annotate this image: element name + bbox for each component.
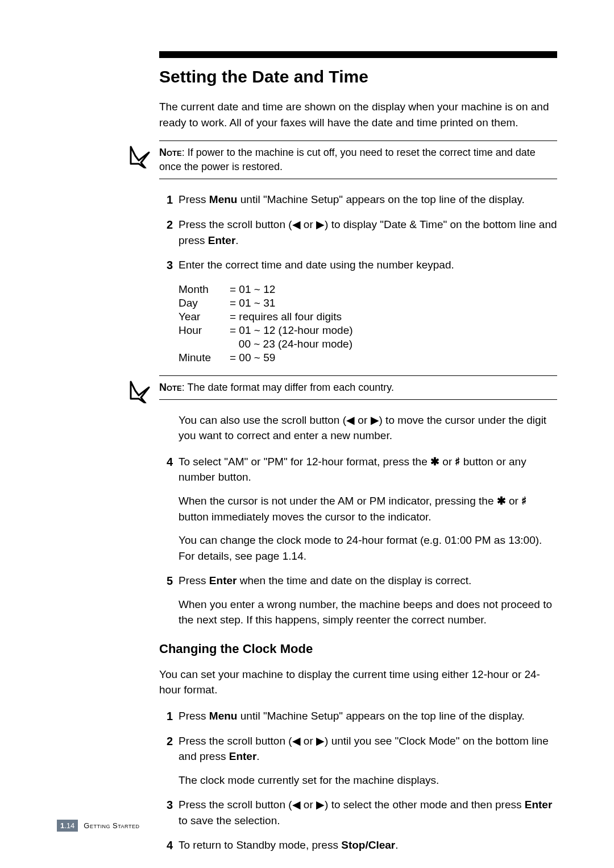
step-a3-text: Enter the correct time and date using th… — [179, 257, 557, 273]
step-a2: 2 Press the scroll button (◀ or ▶) to di… — [159, 217, 557, 248]
table-key: Day — [179, 297, 230, 311]
page-number-box: 1.14 — [57, 820, 78, 832]
step-s4: 4 To return to Standby mode, press Stop/… — [159, 837, 557, 853]
table-key: Year — [179, 311, 230, 324]
bold-text: Stop/Clear — [341, 839, 395, 851]
step-s2-p2: The clock mode currently set for the mac… — [179, 772, 557, 788]
table-row: 00 ~ 23 (24-hour mode) — [179, 338, 358, 352]
step-b5-p1: Press Enter when the time and date on th… — [179, 573, 557, 589]
table-row: Minute= 00 ~ 59 — [179, 352, 358, 365]
page-footer: 1.14 Getting Started — [57, 820, 139, 832]
bold-text: Enter — [209, 574, 237, 586]
right-arrow-icon: ▶ — [371, 414, 379, 426]
step-s3-text: Press the scroll button (◀ or ▶) to sele… — [179, 797, 557, 828]
step-a2-text: Press the scroll button (◀ or ▶) to disp… — [179, 217, 557, 248]
step-number: 1 — [159, 708, 173, 725]
asterisk-icon: ✱ — [497, 495, 506, 507]
note-block-1: Note: If power to the machine is cut off… — [159, 140, 557, 179]
text: . — [395, 839, 398, 851]
text: To select "AM" or "PM" for 12-hour forma… — [179, 456, 430, 468]
right-arrow-icon: ▶ — [316, 218, 325, 230]
step-b5-p2: When you enter a wrong number, the machi… — [179, 597, 557, 628]
step-s2: 2 Press the scroll button (◀ or ▶) until… — [159, 733, 557, 788]
note-checkmark-icon — [127, 378, 152, 406]
table-key: Month — [179, 283, 230, 297]
left-arrow-icon: ◀ — [292, 735, 301, 747]
bold-text: Menu — [209, 193, 238, 205]
page-number: 14 — [67, 821, 74, 830]
text: Press — [179, 574, 209, 586]
steps-list-a: 1 Press Menu until "Machine Setup" appea… — [159, 192, 557, 272]
table-row: Hour= 01 ~ 12 (12-hour mode) — [179, 324, 358, 338]
hash-icon: ♯ — [521, 495, 526, 507]
text: when the time and date on the display is… — [237, 574, 471, 586]
table-key — [179, 338, 230, 352]
text: When the cursor is not under the AM or P… — [179, 495, 497, 507]
step-number: 1 — [159, 192, 173, 208]
text: ) to select the other mode and then pres… — [325, 799, 525, 811]
text: . — [235, 234, 238, 246]
intro-paragraph: The current date and time are shown on t… — [159, 99, 557, 130]
right-arrow-icon: ▶ — [316, 799, 325, 811]
step-number: 4 — [159, 837, 173, 854]
text: to save the selection. — [179, 815, 280, 826]
note-label: Note — [159, 382, 182, 393]
step-s1-text: Press Menu until "Machine Setup" appears… — [179, 708, 557, 724]
asterisk-icon: ✱ — [430, 456, 439, 468]
step-b5: 5 Press Enter when the time and date on … — [159, 573, 557, 628]
text: Press the scroll button ( — [179, 799, 292, 811]
chapter-name: Getting Started — [84, 821, 139, 830]
text: You can also use the scroll button ( — [179, 414, 346, 426]
left-arrow-icon: ◀ — [346, 414, 355, 426]
page: Setting the Date and Time The current da… — [0, 0, 614, 868]
text: until "Machine Setup" appears on the top… — [237, 710, 524, 722]
step-number: 2 — [159, 217, 173, 233]
note-1-body: : If power to the machine is cut off, yo… — [159, 147, 536, 172]
right-arrow-icon: ▶ — [316, 735, 325, 747]
step-a3: 3 Enter the correct time and date using … — [159, 257, 557, 273]
left-arrow-icon: ◀ — [292, 218, 301, 230]
bold-text: Enter — [525, 799, 553, 811]
text: or — [439, 456, 455, 468]
text: Press the scroll button ( — [179, 218, 292, 230]
text: Press — [179, 710, 209, 722]
table-key: Hour — [179, 324, 230, 338]
table-key: Minute — [179, 352, 230, 365]
step-a1: 1 Press Menu until "Machine Setup" appea… — [159, 192, 557, 208]
step-a1-text: Press Menu until "Machine Setup" appears… — [179, 192, 557, 208]
text: Press the scroll button ( — [179, 735, 292, 747]
step-s1: 1 Press Menu until "Machine Setup" appea… — [159, 708, 557, 724]
bold-text: Enter — [229, 750, 257, 762]
note-checkmark-icon — [127, 143, 152, 171]
post-note-paragraph: You can also use the scroll button (◀ or… — [179, 412, 557, 444]
table-row: Month= 01 ~ 12 — [179, 283, 358, 297]
text: or — [301, 799, 316, 811]
text: button immediately moves the cursor to t… — [179, 511, 432, 523]
text: or — [506, 495, 521, 507]
note-2-body: : The date format may differ from each c… — [182, 382, 394, 393]
steps-list-b: 4 To select "AM" or "PM" for 12-hour for… — [159, 454, 557, 628]
subsection-title: Changing the Clock Mode — [159, 642, 557, 656]
text: To return to Standby mode, press — [179, 839, 341, 851]
step-s2-p1: Press the scroll button (◀ or ▶) until y… — [179, 733, 557, 764]
step-number: 4 — [159, 454, 173, 470]
note-block-2: Note: The date format may differ from ea… — [159, 375, 557, 400]
step-s3: 3 Press the scroll button (◀ or ▶) to se… — [159, 797, 557, 828]
table-row: Day= 01 ~ 31 — [179, 297, 358, 311]
step-number: 5 — [159, 573, 173, 589]
table-val: = 00 ~ 59 — [230, 352, 358, 365]
step-b4-p3: You can change the clock mode to 24-hour… — [179, 532, 557, 564]
table-val: = 01 ~ 12 — [230, 283, 358, 297]
section-title: Setting the Date and Time — [159, 67, 557, 86]
text: until "Machine Setup" appears on the top… — [237, 193, 524, 205]
table-val: = 01 ~ 12 (12-hour mode) — [230, 324, 358, 338]
text: Press — [179, 193, 209, 205]
text: or — [355, 414, 370, 426]
note-1-text: Note: If power to the machine is cut off… — [159, 146, 557, 174]
text: or — [301, 735, 316, 747]
table-row: Year= requires all four digits — [179, 311, 358, 324]
steps-list-sub: 1 Press Menu until "Machine Setup" appea… — [159, 708, 557, 853]
step-b4-p1: To select "AM" or "PM" for 12-hour forma… — [179, 454, 557, 485]
step-s4-text: To return to Standby mode, press Stop/Cl… — [179, 837, 557, 853]
sub-intro: You can set your machine to display the … — [159, 667, 557, 698]
